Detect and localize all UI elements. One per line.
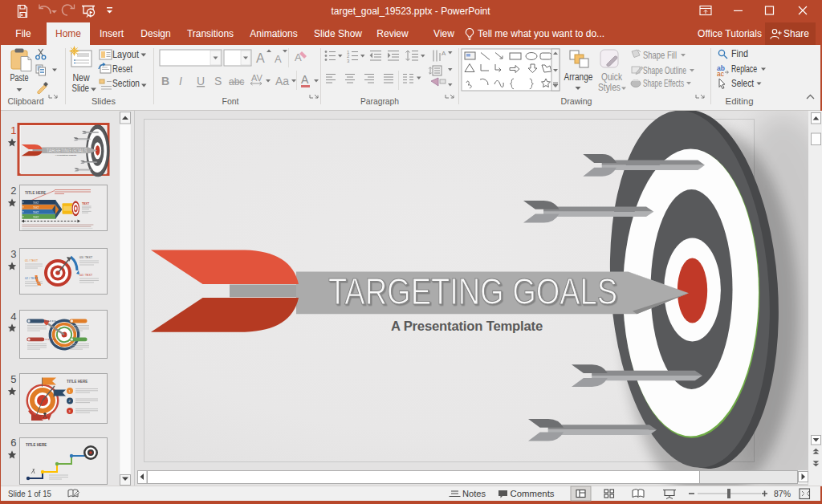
svg-text:Paste: Paste (10, 72, 29, 83)
svg-text:A Presentation Template: A Presentation Template (391, 319, 543, 334)
svg-text:Arrange: Arrange (564, 71, 593, 83)
svg-text:1: 1 (10, 124, 16, 136)
svg-text:Notes: Notes (462, 489, 486, 498)
svg-text:Shape Effects: Shape Effects (643, 78, 684, 89)
svg-text:04 / TEXT: 04 / TEXT (79, 274, 93, 277)
svg-text:Quick: Quick (601, 71, 623, 83)
svg-text:3: 3 (10, 248, 16, 260)
svg-text:Aa: Aa (275, 75, 289, 87)
svg-text:Find: Find (731, 48, 748, 59)
svg-text:A Presentation Template: A Presentation Template (55, 154, 77, 156)
svg-text:Layout: Layout (112, 49, 140, 60)
svg-text:TEXT: TEXT (33, 216, 39, 219)
svg-text:TITLE HERE: TITLE HERE (25, 191, 46, 195)
svg-text:03 / TEXT: 03 / TEXT (79, 256, 93, 259)
svg-text:A: A (275, 53, 282, 65)
svg-text:Font: Font (222, 96, 239, 106)
svg-text:TARGETING GOALS: TARGETING GOALS (47, 148, 87, 153)
svg-text:TITLE HERE: TITLE HERE (26, 443, 47, 447)
svg-text:Section: Section (112, 78, 140, 89)
svg-text:abc: abc (229, 76, 244, 87)
svg-text:3: 3 (347, 59, 350, 63)
svg-text:New: New (73, 72, 90, 83)
svg-text:Clipboard: Clipboard (8, 96, 44, 106)
svg-text:Drawing: Drawing (561, 96, 592, 106)
svg-text:TARGETING GOALS: TARGETING GOALS (328, 270, 617, 312)
svg-text:Shape Outline: Shape Outline (643, 65, 686, 76)
svg-text:A: A (301, 73, 309, 86)
svg-text:S: S (214, 75, 222, 87)
svg-text:U: U (197, 75, 205, 87)
svg-text:2: 2 (10, 185, 16, 197)
svg-text:A: A (442, 50, 446, 57)
svg-text:TITLE HERE: TITLE HERE (67, 380, 87, 384)
svg-text:87%: 87% (774, 489, 791, 498)
svg-text:TEXT: TEXT (82, 202, 90, 205)
svg-text:Slides: Slides (92, 96, 116, 106)
svg-text:Slide 1 of 15: Slide 1 of 15 (8, 489, 51, 498)
svg-text:TEXT: TEXT (33, 211, 39, 214)
svg-text:Paragraph: Paragraph (360, 96, 399, 106)
svg-text:6: 6 (10, 437, 16, 449)
svg-text:Editing: Editing (726, 96, 754, 106)
svg-text:Replace: Replace (731, 63, 757, 75)
svg-text:Reset: Reset (112, 63, 133, 75)
svg-text:ac: ac (717, 70, 725, 78)
svg-text:01 / TEXT: 01 / TEXT (25, 259, 39, 262)
svg-text:Comments: Comments (511, 489, 555, 498)
svg-text:I: I (179, 75, 182, 87)
svg-text:TEXT: TEXT (33, 206, 39, 209)
svg-text:A: A (256, 51, 265, 65)
svg-text:5: 5 (10, 373, 16, 385)
svg-text:4: 4 (10, 311, 16, 323)
svg-text:Slide: Slide (72, 83, 90, 94)
svg-text:TEXT: TEXT (33, 201, 39, 205)
svg-text:B: B (161, 75, 169, 87)
svg-text:AV: AV (251, 73, 263, 83)
svg-text:02 / TEXT: 02 / TEXT (25, 277, 39, 280)
svg-text:Select: Select (731, 78, 755, 89)
svg-text:Styles: Styles (598, 82, 621, 93)
svg-text:Shape Fill: Shape Fill (643, 50, 677, 61)
